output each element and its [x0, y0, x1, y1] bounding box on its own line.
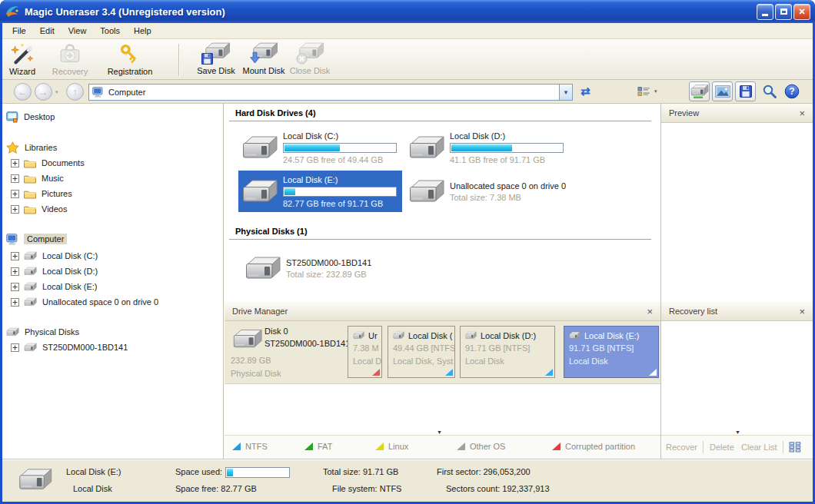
- sidebar-item-unallocated[interactable]: Unallocated space 0 on drive 0: [11, 295, 158, 309]
- disk-icon: [408, 134, 445, 161]
- expand-icon[interactable]: [11, 267, 19, 276]
- history-dropdown-icon[interactable]: ▾: [55, 89, 58, 95]
- folder-icon: [24, 189, 36, 199]
- back-button: ←: [14, 83, 32, 101]
- menu-edit[interactable]: Edit: [33, 24, 62, 38]
- forward-button: →: [35, 83, 52, 101]
- title-bar: Magic Uneraser 3.4 (Unregistered version…: [0, 0, 815, 23]
- views-icon: [637, 86, 650, 97]
- space-used-bar: [225, 467, 290, 478]
- disk-icon: [24, 343, 37, 352]
- sidebar-item-documents[interactable]: Documents: [11, 156, 85, 170]
- drive-tile-unallocated[interactable]: Unallocated space 0 on drive 0 Total siz…: [405, 173, 569, 210]
- navigation-bar: ← → ▾ ↑ Computer ▼ ⇄ ▾: [2, 80, 813, 104]
- sidebar-tree: Desktop Libraries Documents Music: [2, 104, 224, 459]
- address-dropdown-button[interactable]: ▼: [559, 85, 572, 100]
- address-value: Computer: [108, 88, 559, 97]
- status-bar: Local Disk (E:) Local Disk Space used: S…: [2, 459, 813, 502]
- drive-tile-e-selected[interactable]: Local Disk (E:) 82.77 GB free of 91.71 G…: [238, 171, 402, 212]
- expand-icon[interactable]: [11, 298, 19, 307]
- preview-close-icon[interactable]: ×: [799, 108, 805, 119]
- refresh-button[interactable]: ⇄: [580, 85, 590, 98]
- group-underline: [229, 121, 651, 121]
- expand-icon[interactable]: [11, 174, 19, 183]
- expand-icon[interactable]: [11, 190, 19, 198]
- menu-help[interactable]: Help: [127, 24, 158, 38]
- window-title: Magic Uneraser 3.4 (Unregistered version…: [25, 6, 757, 18]
- splitter-arrow-icon[interactable]: ▼: [437, 429, 442, 435]
- drive-tile-c[interactable]: Local Disk (C:) 24.57 GB free of 49.44 G…: [238, 127, 402, 168]
- browser-panel: Hard Disk Drives (4) Local Disk (C:) 24.…: [225, 104, 660, 459]
- disk-icon: [241, 178, 278, 204]
- app-logo-icon: [5, 4, 20, 19]
- minimize-button[interactable]: [757, 4, 773, 20]
- disk-icon: [24, 267, 37, 276]
- drive-manager-toggle-button[interactable]: [689, 81, 710, 101]
- expand-icon[interactable]: [11, 252, 19, 260]
- address-combobox[interactable]: Computer ▼: [88, 84, 573, 101]
- disk-icon: [241, 134, 278, 161]
- legend-other-os: Other OS: [457, 442, 505, 451]
- partition-block-unallocated[interactable]: Ur 7.38 M Local D: [348, 326, 382, 378]
- mount-disk-button[interactable]: Mount Disk: [239, 41, 288, 78]
- sidebar-item-computer[interactable]: Computer: [6, 232, 67, 246]
- partition-flag: [649, 369, 657, 376]
- sidebar-item-desktop[interactable]: Desktop: [6, 110, 55, 124]
- wizard-icon: [10, 41, 35, 66]
- toolbar-separator: [178, 44, 179, 76]
- sidebar-item-libraries[interactable]: Libraries: [6, 141, 57, 154]
- save-disk-button[interactable]: Save Disk: [192, 41, 240, 78]
- partition-flag: [445, 369, 453, 376]
- maximize-icon: [780, 8, 787, 15]
- sidebar-item-music[interactable]: Music: [11, 171, 64, 185]
- sidebar-item-disk-d[interactable]: Local Disk (D:): [11, 264, 98, 278]
- help-button[interactable]: [784, 84, 800, 101]
- sidebar-item-physical-disks[interactable]: Physical Disks: [6, 325, 79, 339]
- disk-icon: [24, 297, 37, 307]
- wizard-button[interactable]: Wizard: [2, 41, 42, 78]
- close-button[interactable]: ✕: [793, 4, 810, 20]
- splitter-arrow-icon[interactable]: ▼: [735, 429, 740, 435]
- chevron-down-icon: ▼: [563, 89, 569, 96]
- views-button[interactable]: ▾: [637, 86, 657, 97]
- capacity-bar: [283, 143, 397, 153]
- refresh-icon: ⇄: [580, 85, 590, 98]
- capacity-bar: [283, 187, 397, 197]
- computer-icon: [6, 234, 18, 245]
- legend-ntfs: NTFS: [232, 442, 268, 451]
- menu-file[interactable]: File: [5, 24, 33, 38]
- sidebar-item-disk-c[interactable]: Local Disk (C:): [11, 249, 98, 263]
- first-sector: First sector: 296,053,200: [437, 467, 531, 476]
- drive-tile-d[interactable]: Local Disk (D:) 41.1 GB free of 91.71 GB: [405, 127, 569, 168]
- save-disk-icon: [201, 41, 231, 65]
- partition-block-c[interactable]: Local Disk ( 49.44 GB [NTFS Local Disk, …: [388, 326, 455, 378]
- expand-icon[interactable]: [11, 205, 19, 214]
- expand-icon[interactable]: [11, 283, 19, 291]
- grid-view-icon[interactable]: [789, 442, 801, 453]
- physical-disk-tile[interactable]: ST250DM000-1BD141 Total size: 232.89 GB: [241, 250, 405, 287]
- partition-block-e-selected[interactable]: Local Disk (E:) 91.71 GB [NTFS] Local Di…: [564, 326, 659, 378]
- delete-button: Delete: [710, 443, 734, 452]
- sidebar-item-physical-disk-0[interactable]: ST250DM000-1BD141: [11, 340, 128, 354]
- expand-icon[interactable]: [11, 159, 19, 167]
- search-button[interactable]: [762, 84, 777, 101]
- recovery-list-toggle-button[interactable]: [735, 81, 756, 101]
- maximize-button[interactable]: [775, 4, 792, 20]
- registration-button[interactable]: Registration: [98, 41, 162, 78]
- partition-block-d[interactable]: Local Disk (D:) 91.71 GB [NTFS] Local Di…: [460, 326, 555, 378]
- sidebar-item-disk-e[interactable]: Local Disk (E:): [11, 280, 98, 293]
- drive-panel-icon: [690, 84, 709, 99]
- main-area: Desktop Libraries Documents Music: [2, 104, 813, 459]
- preview-toggle-button[interactable]: [712, 81, 733, 101]
- folder-icon: [24, 158, 36, 168]
- menu-view[interactable]: View: [62, 24, 94, 38]
- recovery-list-close-icon[interactable]: ×: [799, 306, 805, 317]
- sidebar-item-pictures[interactable]: Pictures: [11, 187, 72, 201]
- menu-tools[interactable]: Tools: [93, 24, 127, 38]
- file-system: File system: NTFS: [332, 484, 401, 493]
- floppy-icon: [740, 85, 752, 98]
- up-icon: ↑: [73, 87, 78, 98]
- expand-icon[interactable]: [11, 343, 19, 352]
- drive-manager-close-icon[interactable]: ×: [647, 306, 653, 317]
- sidebar-item-videos[interactable]: Videos: [11, 202, 67, 216]
